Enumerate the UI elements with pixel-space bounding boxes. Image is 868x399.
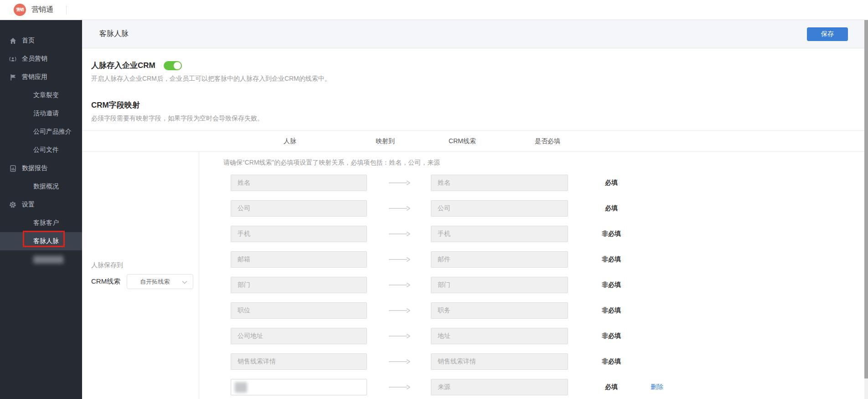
crm-toggle-title: 人脉存入企业CRM	[91, 60, 155, 71]
sidebar-item-label: 客脉客户	[33, 219, 59, 227]
sidebar-item-11[interactable]: 客脉人脉	[0, 232, 82, 250]
sidebar-item-4[interactable]: 活动邀请	[0, 104, 82, 123]
source-field-input	[231, 328, 367, 344]
sidebar-item-redacted[interactable]	[0, 250, 82, 269]
sidebar-item-label: 客脉人脉	[33, 237, 59, 245]
mapping-table: 人脉 映射到 CRM线索 是否必填 人脉保存到 CRM线索 自开拓线索	[82, 130, 864, 399]
sidebar-item-6[interactable]: 公司文件	[0, 141, 82, 159]
source-field-input	[231, 277, 367, 293]
target-field-input	[431, 328, 568, 344]
brand-name: 营销通	[31, 5, 53, 15]
gear-icon	[9, 201, 16, 208]
sidebar-menu: 首页全员营销营销应用文章裂变活动邀请公司产品推介公司文件数据报告数据概况设置客脉…	[0, 20, 82, 269]
mapping-row-8: 必填删除	[199, 374, 864, 399]
mapping-row-2: 非必填删除	[199, 221, 864, 247]
required-badge: 必填	[593, 204, 630, 212]
required-badge: 必填	[593, 179, 630, 187]
sidebar-item-7[interactable]: 数据报告	[0, 159, 82, 177]
mapping-rows: 请确保“CRM线索”的必填项设置了映射关系，必填项包括：姓名，公司，来源 必填删…	[199, 152, 864, 399]
sidebar-item-label: 数据报告	[22, 164, 47, 172]
vertical-scrollbar-thumb[interactable]	[864, 20, 868, 378]
chevron-down-icon	[182, 280, 187, 284]
source-field-input	[231, 175, 367, 191]
crm-toggle-section: 人脉存入企业CRM 开启人脉存入企业CRM后，企业员工可以把客脉中的人脉存入到企…	[82, 60, 864, 83]
mapping-row-0: 必填删除	[199, 170, 864, 196]
sidebar-item-9[interactable]: 设置	[0, 196, 82, 214]
required-badge: 非必填	[593, 332, 630, 340]
mapping-row-7: 非必填删除	[199, 349, 864, 374]
flag-icon	[9, 73, 16, 81]
content: 人脉存入企业CRM 开启人脉存入企业CRM后，企业员工可以把客脉中的人脉存入到企…	[82, 60, 864, 399]
sidebar-item-label: 数据概况	[33, 182, 59, 191]
required-badge: 非必填	[593, 255, 630, 264]
lead-type-select[interactable]: 自开拓线索	[127, 274, 193, 289]
vertical-scrollbar-track[interactable]	[864, 20, 868, 399]
target-field-input	[431, 353, 568, 370]
field-mapping-section: CRM字段映射 必须字段需要有映射字段，如果字段为空时会导致保存失败。	[82, 100, 864, 123]
sidebar-item-1[interactable]: 全员营销	[0, 50, 82, 68]
save-to-field-label: CRM线索	[91, 277, 120, 286]
arrow-right-icon	[388, 308, 411, 313]
arrow-right-icon	[388, 257, 411, 262]
target-field-input	[431, 226, 568, 242]
sidebar-item-8[interactable]: 数据概况	[0, 177, 82, 196]
required-badge: 非必填	[593, 281, 630, 289]
column-header-mapto: 映射到	[376, 137, 395, 145]
sidebar-item-label: 活动邀请	[33, 109, 59, 118]
required-badge: 非必填	[593, 306, 630, 315]
target-field-input	[431, 175, 568, 191]
sidebar-item-label: 营销应用	[22, 73, 47, 81]
lead-type-selected-value: 自开拓线索	[140, 278, 170, 286]
top-bar: 营销 营销通	[0, 0, 868, 20]
sidebar-item-2[interactable]: 营销应用	[0, 68, 82, 86]
delete-link[interactable]: 删除	[651, 383, 663, 391]
arrow-right-icon	[388, 206, 411, 211]
arrow-right-icon	[388, 384, 411, 390]
sidebar-item-0[interactable]: 首页	[0, 31, 82, 50]
redacted-label	[33, 256, 63, 264]
arrow-right-icon	[388, 180, 411, 186]
field-mapping-title: CRM字段映射	[91, 100, 864, 110]
mapping-table-header: 人脉 映射到 CRM线索 是否必填	[82, 131, 864, 152]
required-badge: 必填	[593, 383, 630, 391]
target-field-input	[431, 379, 568, 395]
source-field-input	[231, 353, 367, 370]
mapping-row-6: 非必填删除	[199, 323, 864, 349]
sidebar-item-label: 文章裂变	[33, 91, 59, 99]
arrow-right-icon	[388, 282, 411, 288]
source-field-input[interactable]	[231, 379, 367, 395]
redacted-value	[235, 382, 247, 393]
sidebar-item-label: 全员营销	[22, 55, 47, 63]
source-field-input	[231, 200, 367, 217]
column-header-required: 是否必填	[535, 137, 560, 145]
sidebar-item-label: 公司产品推介	[33, 128, 72, 136]
page-title: 客脉人脉	[99, 29, 129, 39]
crm-toggle-switch[interactable]	[164, 61, 182, 70]
save-button[interactable]: 保存	[807, 27, 848, 41]
toggle-knob	[174, 62, 181, 69]
mapping-note: 请确保“CRM线索”的必填项设置了映射关系，必填项包括：姓名，公司，来源	[199, 152, 864, 170]
sidebar: 首页全员营销营销应用文章裂变活动邀请公司产品推介公司文件数据报告数据概况设置客脉…	[0, 20, 82, 399]
column-header-renmai: 人脉	[284, 137, 296, 145]
required-badge: 非必填	[593, 358, 630, 366]
people-broadcast-icon	[9, 55, 16, 62]
sidebar-item-10[interactable]: 客脉客户	[0, 214, 82, 232]
column-header-crm-lead: CRM线索	[449, 137, 476, 145]
app-logo: 营销	[14, 4, 26, 16]
target-field-input	[431, 200, 568, 217]
page-header: 客脉人脉 保存	[82, 20, 864, 48]
home-icon	[9, 37, 16, 44]
target-field-input	[431, 302, 568, 319]
source-field-input	[231, 302, 367, 319]
arrow-right-icon	[388, 333, 411, 339]
arrow-right-icon	[388, 359, 411, 364]
source-field-input	[231, 251, 367, 268]
sidebar-item-label: 设置	[22, 201, 35, 209]
sidebar-item-5[interactable]: 公司产品推介	[0, 123, 82, 141]
target-field-input	[431, 277, 568, 293]
sidebar-item-label: 首页	[22, 36, 35, 45]
sidebar-item-3[interactable]: 文章裂变	[0, 86, 82, 104]
field-mapping-description: 必须字段需要有映射字段，如果字段为空时会导致保存失败。	[91, 114, 864, 123]
mapping-row-5: 非必填删除	[199, 298, 864, 323]
required-badge: 非必填	[593, 230, 630, 238]
